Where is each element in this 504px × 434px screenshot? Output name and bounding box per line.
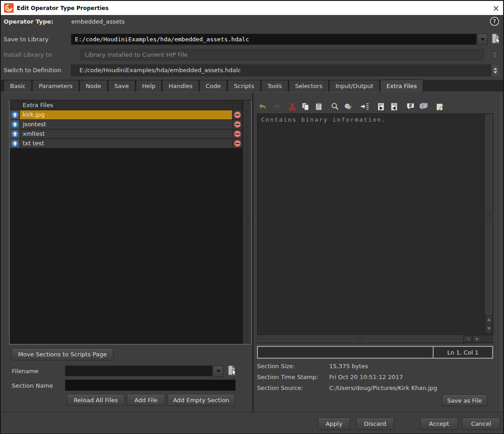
extra-file-name[interactable]: jsontest [20,120,232,129]
tab-basic[interactable]: Basic [4,80,32,92]
move-sections-button[interactable]: Move Sections to Scripts Page [11,348,114,360]
shift-left-button[interactable] [389,101,400,113]
shift-right-button[interactable] [376,101,386,113]
code-editor[interactable]: Contains binary information. [257,113,493,343]
spinner-up-icon [493,52,497,54]
remove-button[interactable] [232,110,242,120]
spinner-down-icon [494,71,497,74]
arrow-up-icon [487,318,491,321]
houdini-logo-icon [4,3,14,13]
discard-button[interactable]: Discard [356,418,394,430]
scrollbar-grip-icon [487,211,490,218]
tab-help[interactable]: Help [136,80,162,92]
reorder-button[interactable] [10,110,20,120]
find-button[interactable] [330,101,341,113]
remove-minus-icon [234,111,241,118]
remove-button[interactable] [232,120,242,129]
arrow-up-circle-icon [11,121,19,128]
external-editor-button[interactable] [435,101,445,113]
redo-button[interactable] [271,101,282,113]
help-icon[interactable]: ? [489,16,499,26]
comment-button[interactable]: # [405,101,416,113]
cut-button[interactable] [287,101,298,113]
window-title: Edit Operator Type Properties [17,1,109,15]
find-replace-button[interactable] [343,101,354,113]
svg-text:?: ? [493,18,496,25]
reorder-button[interactable] [10,129,20,139]
scrollbar-grip-icon [246,219,249,226]
save-to-library-field[interactable]: E:/code/HoudiniExamples/hda/embedded_ass… [71,34,477,45]
tab-node[interactable]: Node [79,80,108,92]
copy-button[interactable] [300,101,311,113]
remove-button[interactable] [232,139,242,148]
save-to-library-dropdown-button[interactable] [477,34,488,45]
paste-button[interactable] [313,101,324,113]
section-timestamp-row: Section Time Stamp: Fri Oct 20 10:51:12 … [257,372,475,383]
scroll-right-button[interactable] [473,335,481,342]
tab-handles[interactable]: Handles [162,80,199,92]
tab-bar: Basic Parameters Node Save Help Handles … [1,80,503,92]
copy-icon [301,102,311,112]
save-to-library-file-browse-icon[interactable] [490,33,501,45]
filename-input[interactable] [65,365,212,376]
tab-input-output[interactable]: Input/Output [329,80,380,92]
switch-to-definition-spinner[interactable] [492,65,499,76]
scissors-icon [287,102,297,112]
spinner-down-icon [493,55,497,58]
tab-code[interactable]: Code [199,80,227,92]
section-name-input[interactable] [65,380,236,391]
tab-extra-files[interactable]: Extra Files [380,79,423,92]
editor-vertical-scrollbar[interactable] [485,114,492,315]
accept-button[interactable]: Accept [420,418,458,430]
extra-files-list-frame: Extra Files kirk.jpg jsontest xmltest tx [9,100,252,345]
clipboard-icon [314,102,324,112]
filename-dropdown-button[interactable] [213,365,223,377]
scroll-up-button[interactable] [485,315,492,324]
reorder-button[interactable] [10,120,20,129]
footer-divider [0,412,504,413]
panel-right-groove [500,93,501,412]
reload-all-files-button[interactable]: Reload All Files [67,394,125,406]
cancel-button[interactable]: Cancel [462,418,500,430]
uncomment-button[interactable]: # [418,101,429,113]
section-info: Section Size: 15,375 bytes Section Time … [257,361,475,394]
apply-button[interactable]: Apply [318,418,350,430]
tab-save[interactable]: Save [108,80,135,92]
notepad-pencil-icon [435,102,445,112]
editor-toolbar: # # [257,100,445,113]
tab-selectors[interactable]: Selectors [289,80,329,92]
extra-file-name[interactable]: xmltest [20,129,232,139]
arrow-left-icon [467,337,469,341]
tab-tools[interactable]: Tools [261,80,288,92]
filename-file-browse-icon[interactable] [227,365,237,377]
add-file-button[interactable]: Add File [127,394,165,406]
scroll-down-button[interactable] [485,324,492,333]
extra-file-name[interactable]: kirk.jpg [20,110,232,120]
scroll-left-button[interactable] [464,335,472,342]
install-library-to-label: Install Library to [4,49,52,60]
undo-button[interactable] [257,101,268,113]
list-scrollbar[interactable] [244,101,250,344]
arrow-up-circle-icon [11,130,19,138]
add-empty-section-button[interactable]: Add Empty Section [167,394,235,406]
switch-to-definition-field[interactable]: E:/code/HoudiniExamples/hda/embedded_ass… [71,64,491,76]
save-as-file-button[interactable]: Save as File [442,395,487,406]
editor-horizontal-scrollbar[interactable] [257,335,463,342]
goto-line-button[interactable] [359,101,370,113]
scrollbar-grip-icon [356,337,363,341]
remove-button[interactable] [232,129,242,139]
tab-scripts[interactable]: Scripts [227,80,260,92]
tab-parameters[interactable]: Parameters [32,80,79,92]
scrollbar-corner [482,335,493,342]
extra-file-row[interactable]: kirk.jpg [10,110,242,120]
extra-file-row[interactable]: jsontest [10,120,242,129]
extra-file-row[interactable]: xmltest [10,129,242,139]
reorder-button[interactable] [10,139,20,148]
close-icon[interactable] [492,4,500,12]
switch-to-definition-label: Switch to Definition [4,64,61,76]
extra-file-row[interactable]: txt test [10,139,242,148]
arrow-up-circle-icon [11,111,19,118]
extra-file-name[interactable]: txt test [20,139,232,148]
install-library-to-spinner [491,49,498,60]
chevron-down-icon [216,370,221,373]
